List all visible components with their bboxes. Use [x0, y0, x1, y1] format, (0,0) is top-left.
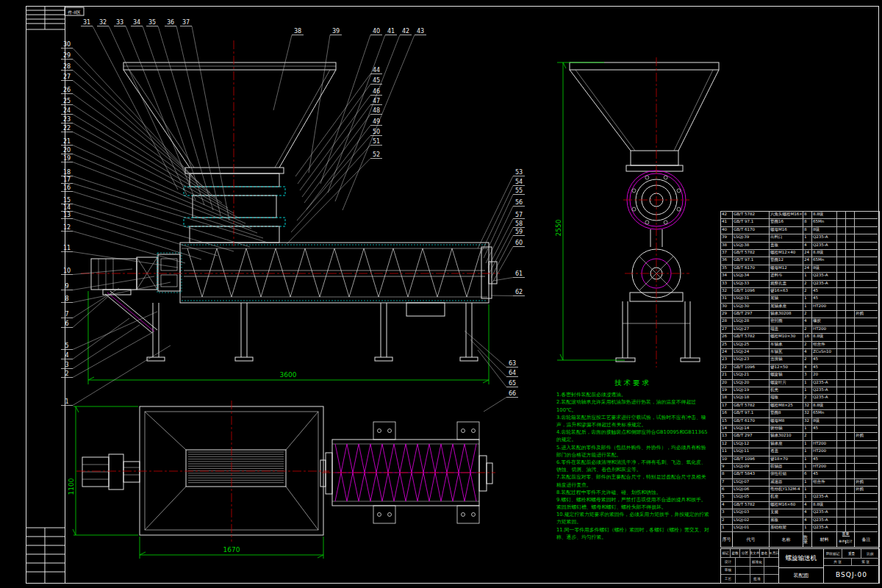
sheet-label: 第 张: [852, 559, 879, 565]
balloon-7: 7: [61, 288, 119, 318]
balloon-18: 18: [61, 169, 263, 238]
svg-text:37: 37: [182, 19, 190, 26]
tech-requirement-item: 11.同一零件用多件螺钉（螺栓）紧固时，各螺钉（螺栓）需交叉、对称、逐步、均匀拧…: [556, 526, 709, 541]
balloon-61: 61: [493, 270, 525, 281]
balloon-62: 62: [491, 289, 525, 296]
balloon-44: 44: [295, 67, 382, 176]
svg-text:48: 48: [373, 107, 380, 114]
bom-row: 28LSQJ-28密封圈4橡胶: [721, 318, 879, 326]
bom-row: 16GB/T 97.1垫圈83265Mn: [721, 410, 879, 417]
bom-header: 序号 代号 名称 数量 材料 重量 单件 总计 备注: [721, 532, 879, 547]
svg-text:61: 61: [515, 270, 523, 277]
bom-row: 41GB/T 97.1垫圈16865Mn: [721, 219, 879, 226]
bom-row: 21LSQJ-21螺旋轴320: [721, 372, 879, 379]
technical-requirements-title: 技术要求: [556, 378, 709, 388]
svg-text:15: 15: [63, 197, 71, 204]
bom-row: 35GB/T 6170螺母M12248级: [721, 265, 879, 273]
drawing-number: BSQJ-00: [824, 566, 879, 583]
svg-text:65: 65: [509, 380, 516, 387]
svg-text:39: 39: [332, 28, 340, 35]
bom-header-weight: 重量 单件 总计: [837, 532, 855, 547]
svg-text:36: 36: [167, 19, 174, 26]
svg-text:28: 28: [63, 63, 71, 70]
balloon-35: 35: [146, 19, 213, 210]
title-block-signature-grid: 标记处数分区更改文件号签名年月日设计标准化审核工艺批准: [721, 549, 779, 583]
balloon-39: 39: [309, 28, 342, 173]
svg-text:44: 44: [373, 67, 380, 74]
svg-text:60: 60: [515, 240, 523, 246]
bom-row: 5LSQJ-05机座1Q235-A: [721, 494, 879, 501]
balloon-40: 40: [320, 28, 382, 184]
svg-text:21: 21: [63, 138, 71, 145]
balloon-49: 49: [306, 118, 382, 209]
bom-header-code: 代号: [733, 532, 770, 547]
tech-requirement-item: 6.零件在装配前必须清理和清洗干净，不得有毛刺、飞边、氧化皮、锈蚀、切屑、油污、…: [556, 459, 709, 473]
svg-text:22: 22: [63, 125, 71, 132]
bom-row: 25LSQJ-25吊轴承2组合件: [721, 342, 879, 349]
svg-text:52: 52: [373, 151, 380, 158]
svg-text:24: 24: [63, 107, 71, 114]
svg-text:17: 17: [63, 176, 71, 183]
bom-row: 2LSQJ-02底板4Q235-A: [721, 517, 879, 525]
balloon-65: 65: [478, 350, 518, 387]
svg-text:18: 18: [63, 169, 71, 176]
svg-text:50: 50: [373, 129, 380, 135]
svg-text:29: 29: [63, 52, 71, 59]
bom-row: 11LSQJ-11透盖1HT200: [721, 448, 879, 456]
stage-label: 阶段标记: [824, 549, 842, 558]
bom-row: 33LSQJ-33观察孔盖2Q235-A: [721, 281, 879, 288]
bom-row: 40GB/T 6170螺母M1688级: [721, 227, 879, 234]
balloon-14: 14: [61, 204, 218, 256]
svg-text:12: 12: [63, 224, 71, 231]
bom-header-material: 材料: [812, 532, 837, 547]
svg-text:25: 25: [63, 98, 71, 104]
balloon-12: 12: [61, 224, 185, 263]
bom-row: 24LSQJ-24吊轴瓦4ZCuSn10: [721, 349, 879, 356]
svg-text:13: 13: [63, 212, 71, 218]
dim-plan-depth: 1100: [68, 478, 75, 495]
bom-row: 10GB/T 1096键18×70145: [721, 456, 879, 464]
dimension-texts: 3600 2550 1670 1100: [68, 219, 562, 553]
bom-row: 6LSQJ-06电动机Y132M-41外购: [721, 487, 879, 494]
sheets-label: 共 张: [824, 559, 852, 565]
tech-requirement-item: 1.各密封件装配前必须浸透油。: [556, 391, 709, 398]
tech-requirement-item: 4.齿轮装配后，齿面的接触斑点和侧隙应符合GB10095和GB11365的规定。: [556, 429, 709, 443]
svg-text:8: 8: [65, 295, 68, 302]
svg-text:10: 10: [63, 268, 71, 274]
svg-text:5: 5: [65, 343, 68, 349]
svg-text:1: 1: [65, 398, 68, 405]
svg-text:47: 47: [373, 98, 380, 104]
dim-front-height: 2550: [555, 219, 562, 236]
title-block: 标记处数分区更改文件号签名年月日设计标准化审核工艺批准 螺旋输送机 装配图 阶段…: [720, 548, 880, 584]
svg-text:55: 55: [515, 187, 523, 194]
balloon-32: 32: [97, 19, 187, 195]
svg-text:16: 16: [63, 184, 71, 191]
bom-row: 39LSQJ-39出料口1Q235-A: [721, 234, 879, 242]
svg-text:6: 6: [65, 320, 68, 327]
balloon-27: 27: [61, 74, 210, 193]
bom-row: 31LSQJ-31尾轴145: [721, 295, 879, 303]
svg-text:27: 27: [63, 74, 71, 80]
svg-text:23: 23: [63, 116, 71, 123]
balloon-37: 37: [180, 19, 229, 220]
svg-text:43: 43: [417, 28, 424, 35]
balloon-24: 24: [61, 107, 228, 208]
bom-row: 27LSQJ-27端盖2HT200: [721, 326, 879, 334]
balloon-19: 19: [61, 155, 257, 233]
balloon-45: 45: [298, 77, 382, 184]
technical-requirements: 技术要求 1.各密封件装配前必须浸透油。2.装配滚动轴承允许采用机油加热进行热装…: [556, 378, 709, 541]
svg-text:9: 9: [65, 283, 68, 290]
balloon-21: 21: [61, 138, 245, 223]
bom-row: 17GB/T 5782螺栓M8×25328.8级: [721, 403, 879, 410]
balloon-4: 4: [61, 318, 129, 359]
dim-plan-width: 1670: [223, 546, 240, 553]
svg-text:41: 41: [387, 28, 395, 35]
balloon-1: 1: [61, 345, 171, 406]
weight-label: 重量: [842, 549, 861, 558]
bom-row: 14LSQJ-14驱动轴145: [721, 426, 879, 433]
bom-row: 23LSQJ-23连接轴245: [721, 356, 879, 364]
bom-header-note: 备注: [855, 532, 878, 547]
svg-text:14: 14: [63, 204, 71, 211]
bom-row: 19LSQJ-19机壳1Q235-A: [721, 387, 879, 395]
balloon-52: 52: [287, 151, 382, 244]
